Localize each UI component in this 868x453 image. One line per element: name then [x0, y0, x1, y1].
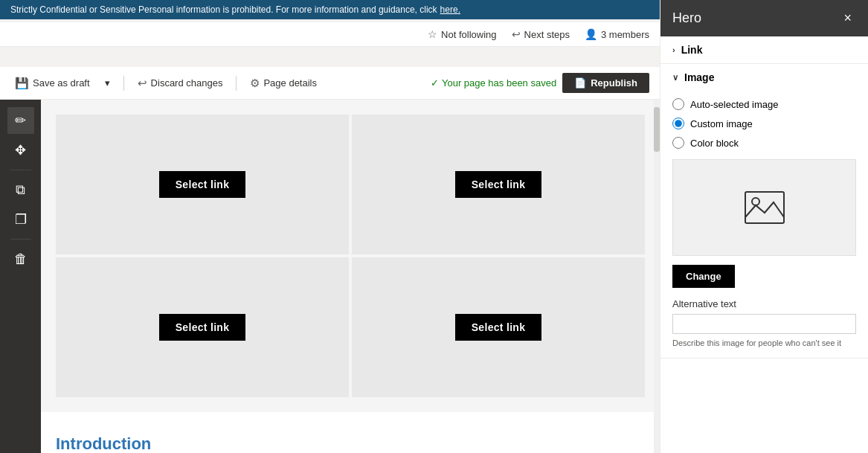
intro-title: Introduction	[56, 434, 645, 453]
color-block-label: Color block	[690, 138, 739, 149]
save-as-draft-button[interactable]: 💾 Save as draft	[10, 74, 94, 93]
next-steps-label: Next steps	[524, 29, 570, 40]
republish-icon: 📄	[574, 77, 586, 89]
svg-rect-0	[745, 192, 784, 223]
tile-4[interactable]: Select link	[352, 257, 645, 397]
toolbar: 💾 Save as draft ▾ ↩ Discard changes ⚙ Pa…	[0, 67, 660, 100]
image-section-label: Image	[684, 71, 714, 83]
gear-icon: ⚙	[250, 77, 260, 90]
edit-sidebar: ✏ ✥ ⧉ ❐ 🗑	[0, 100, 41, 453]
intro-section: Introduction Learn more →	[41, 412, 660, 453]
image-preview	[672, 159, 856, 256]
main-scrollbar[interactable]	[654, 100, 660, 453]
dropdown-arrow-button[interactable]: ▾	[100, 74, 115, 91]
color-block-option[interactable]: Color block	[672, 137, 856, 149]
select-link-button-3[interactable]: Select link	[159, 314, 246, 341]
republish-label: Republish	[591, 77, 637, 89]
chevron-right-icon: ›	[672, 45, 675, 54]
image-accordion-header[interactable]: ∨ Image	[660, 64, 868, 91]
sidebar-separator-2	[10, 239, 31, 240]
custom-image-radio[interactable]	[672, 118, 684, 129]
close-panel-button[interactable]: ×	[839, 9, 856, 28]
tile-2[interactable]: Select link	[352, 115, 645, 254]
close-icon: ×	[843, 10, 852, 25]
not-following-action[interactable]: ☆ Not following	[428, 28, 496, 40]
saved-message: Your page has been saved	[442, 77, 556, 89]
page-details-button[interactable]: ⚙ Page details	[245, 74, 321, 93]
copy-icon: ⧉	[16, 182, 25, 198]
color-block-radio[interactable]	[672, 137, 684, 149]
image-type-radio-group: Auto-selected image Custom image Color b…	[672, 98, 856, 149]
members-action[interactable]: 👤 3 members	[585, 28, 649, 40]
toolbar-separator-2	[236, 76, 237, 91]
banner-text: Strictly Confidential or Sensitive Perso…	[10, 4, 437, 15]
banner-link[interactable]: here.	[440, 4, 460, 15]
select-link-button-1[interactable]: Select link	[159, 171, 246, 198]
tile-3[interactable]: Select link	[56, 257, 349, 397]
custom-image-option[interactable]: Custom image	[672, 118, 856, 129]
next-steps-action[interactable]: ↩ Next steps	[512, 28, 570, 40]
duplicate-icon: ❐	[15, 211, 27, 228]
tiles-grid: Select link Select link Select link Sele…	[56, 115, 645, 397]
right-panel-body: › Link ∨ Image Auto-selected image Cust	[660, 36, 868, 452]
page-details-label: Page details	[263, 77, 317, 89]
members-label: 3 members	[601, 29, 649, 40]
auto-selected-label: Auto-selected image	[690, 99, 779, 110]
chevron-down-icon: ▾	[105, 77, 110, 89]
move-icon: ✥	[15, 142, 26, 158]
discard-label: Discard changes	[151, 77, 223, 89]
sidebar-separator	[10, 170, 31, 170]
select-link-button-4[interactable]: Select link	[455, 314, 542, 341]
custom-image-label: Custom image	[690, 118, 753, 129]
alt-text-label: Alternative text	[672, 298, 856, 309]
select-link-button-2[interactable]: Select link	[455, 171, 542, 198]
link-accordion: › Link	[660, 36, 868, 64]
toolbar-separator-1	[123, 76, 124, 91]
star-icon: ☆	[428, 28, 437, 40]
delete-tool-button[interactable]: 🗑	[7, 245, 34, 272]
image-placeholder-icon	[742, 189, 787, 226]
republish-button[interactable]: 📄 Republish	[562, 73, 649, 93]
copy-tool-button[interactable]: ⧉	[7, 176, 34, 203]
image-accordion-content: Auto-selected image Custom image Color b…	[660, 91, 868, 358]
chevron-down-icon: ∨	[672, 73, 678, 83]
link-section-label: Link	[681, 44, 703, 56]
right-panel-header: Hero ×	[660, 0, 868, 36]
not-following-label: Not following	[441, 29, 496, 40]
hero-area: Select link Select link Select link Sele…	[41, 100, 660, 412]
auto-selected-option[interactable]: Auto-selected image	[672, 98, 856, 110]
members-icon: 👤	[585, 28, 597, 40]
right-panel: Hero × › Link ∨ Image Auto-selected im	[660, 0, 868, 453]
link-accordion-header[interactable]: › Link	[660, 36, 868, 63]
discard-icon: ↩	[138, 77, 147, 90]
alt-text-hint: Describe this image for people who can't…	[672, 338, 856, 347]
saved-status: ✓ Your page has been saved	[431, 77, 556, 89]
right-panel-title: Hero	[672, 10, 701, 26]
next-steps-icon: ↩	[512, 28, 521, 40]
duplicate-tool-button[interactable]: ❐	[7, 206, 34, 233]
svg-point-1	[752, 198, 759, 205]
auto-selected-radio[interactable]	[672, 98, 684, 110]
scrollbar-thumb	[654, 107, 660, 152]
image-accordion: ∨ Image Auto-selected image Custom image	[660, 64, 868, 359]
main-content: Select link Select link Select link Sele…	[41, 100, 660, 453]
change-image-button[interactable]: Change	[672, 265, 735, 288]
save-icon: 💾	[15, 77, 29, 90]
pencil-icon: ✏	[15, 112, 26, 129]
tile-1[interactable]: Select link	[56, 115, 349, 254]
edit-tool-button[interactable]: ✏	[7, 107, 34, 134]
move-tool-button[interactable]: ✥	[7, 137, 34, 164]
discard-changes-button[interactable]: ↩ Discard changes	[133, 74, 228, 93]
save-draft-label: Save as draft	[33, 77, 90, 89]
trash-icon: 🗑	[14, 251, 28, 267]
change-btn-label: Change	[686, 271, 721, 282]
checkmark-icon: ✓	[431, 77, 439, 89]
top-actions-bar: ☆ Not following ↩ Next steps 👤 3 members	[0, 22, 660, 47]
alt-text-input[interactable]	[672, 314, 856, 334]
